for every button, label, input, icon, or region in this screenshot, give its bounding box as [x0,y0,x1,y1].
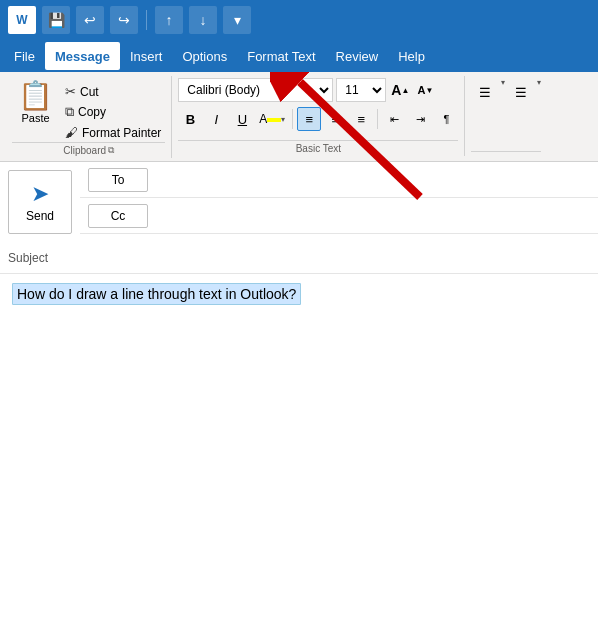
to-button[interactable]: To [88,168,148,192]
format-painter-icon: 🖌 [65,125,78,140]
separator [292,109,293,129]
align-right-button[interactable]: ≡ [349,107,373,131]
menu-review[interactable]: Review [326,42,389,70]
separator [146,10,147,30]
format-painter-label: Format Painter [82,126,161,140]
highlight-dropdown-arrow[interactable]: ▾ [281,115,285,124]
indent-decrease-icon: ⇤ [390,113,399,126]
rtl-button[interactable]: ¶ [434,107,458,131]
menu-format-text[interactable]: Format Text [237,42,325,70]
decrease-font-icon: A [417,84,425,96]
menu-options[interactable]: Options [172,42,237,70]
redo-button[interactable]: ↪ [110,6,138,34]
decrease-font-size-button[interactable]: A▼ [414,79,436,101]
indent-increase-icon: ⇥ [416,113,425,126]
list-content: ☰ ▾ ☰ ▾ [471,76,541,151]
increase-font-icon: A [391,82,401,98]
bullets-button[interactable]: ☰ [471,78,499,106]
paste-button[interactable]: 📋 Paste [12,78,59,128]
clipboard-content: 📋 Paste ✂ Cut ⧉ Copy 🖌 Format Painter [12,76,165,142]
clipboard-group: 📋 Paste ✂ Cut ⧉ Copy 🖌 Format Painter C [6,76,172,158]
bold-icon: B [186,112,195,127]
send-icon: ➤ [31,181,49,207]
highlight-icon: A [259,112,267,126]
to-row: To [80,162,598,198]
paste-icon: 📋 [18,82,53,110]
bold-button[interactable]: B [178,107,202,131]
menu-insert[interactable]: Insert [120,42,173,70]
align-left-icon: ≡ [306,112,314,127]
increase-font-size-button[interactable]: A▲ [389,79,411,101]
subject-row: Subject [0,242,598,274]
list-group: ☰ ▾ ☰ ▾ [465,76,547,156]
copy-label: Copy [78,105,106,119]
undo-button[interactable]: ↩ [76,6,104,34]
move-up-button[interactable]: ↑ [155,6,183,34]
cc-button[interactable]: Cc [88,204,148,228]
copy-button[interactable]: ⧉ Copy [61,102,165,122]
numbering-dropdown[interactable]: ▾ [537,78,541,87]
cut-icon: ✂ [65,84,76,99]
save-icon: 💾 [48,12,65,28]
down-arrow-icon: ↓ [200,12,207,28]
compose-main: ➤ Send To Cc [0,162,598,242]
move-down-button[interactable]: ↓ [189,6,217,34]
subject-label: Subject [8,251,68,265]
font-content: Calibri (Body) 11 A▲ A▼ B I U A [178,76,458,140]
menu-help[interactable]: Help [388,42,435,70]
font-family-select[interactable]: Calibri (Body) [178,78,333,102]
numbering-button[interactable]: ☰ [507,78,535,106]
italic-button[interactable]: I [204,107,228,131]
email-body-area[interactable]: How do I draw a line through text in Out… [0,274,598,474]
redo-icon: ↪ [118,12,130,28]
menu-bar: File Message Insert Options Format Text … [0,40,598,72]
body-highlighted-text: How do I draw a line through text in Out… [12,283,301,305]
align-center-button[interactable]: ≡ [323,107,347,131]
ribbon: 📋 Paste ✂ Cut ⧉ Copy 🖌 Format Painter C [0,72,598,162]
compose-fields: To Cc [80,162,598,242]
send-button[interactable]: ➤ Send [8,170,72,234]
list-group-label [471,151,541,156]
dropdown-icon: ▾ [234,12,241,28]
indent-increase-button[interactable]: ⇥ [408,107,432,131]
cc-input[interactable] [156,206,590,225]
font-row2: B I U A ▾ ≡ ≡ ≡ [178,107,458,131]
align-right-icon: ≡ [358,112,366,127]
italic-icon: I [215,112,219,127]
numbering-icon: ☰ [515,85,527,100]
indent-decrease-button[interactable]: ⇤ [382,107,406,131]
send-label: Send [26,209,54,223]
qat-dropdown-button[interactable]: ▾ [223,6,251,34]
paste-label: Paste [21,112,49,124]
underline-button[interactable]: U [230,107,254,131]
highlight-color-button[interactable]: A ▾ [256,107,288,131]
align-center-icon: ≡ [332,112,340,127]
rtl-icon: ¶ [443,113,449,125]
main-content: ➤ Send To Cc Subje [0,162,598,474]
subject-input[interactable] [68,250,590,265]
undo-icon: ↩ [84,12,96,28]
copy-icon: ⧉ [65,104,74,120]
send-section: ➤ Send [0,162,80,242]
basic-text-group-label: Basic Text [178,140,458,156]
font-size-select[interactable]: 11 [336,78,386,102]
to-input[interactable] [156,170,590,189]
title-bar: W 💾 ↩ ↪ ↑ ↓ ▾ [0,0,598,40]
bullets-icon: ☰ [479,85,491,100]
font-group: Calibri (Body) 11 A▲ A▼ B I U A [172,76,465,156]
save-button[interactable]: 💾 [42,6,70,34]
clipboard-group-label: Clipboard ⧉ [12,142,165,158]
cut-button[interactable]: ✂ Cut [61,82,165,101]
bullets-dropdown[interactable]: ▾ [501,78,505,87]
clipboard-dialog-launcher[interactable]: ⧉ [108,145,114,156]
separator2 [377,109,378,129]
compose-area: ➤ Send To Cc Subje [0,162,598,474]
cut-label: Cut [80,85,99,99]
menu-message[interactable]: Message [45,42,120,70]
up-arrow-icon: ↑ [166,12,173,28]
underline-icon: U [238,112,247,127]
menu-file[interactable]: File [4,42,45,70]
highlight-swatch [267,118,281,122]
align-left-button[interactable]: ≡ [297,107,321,131]
format-painter-button[interactable]: 🖌 Format Painter [61,123,165,142]
